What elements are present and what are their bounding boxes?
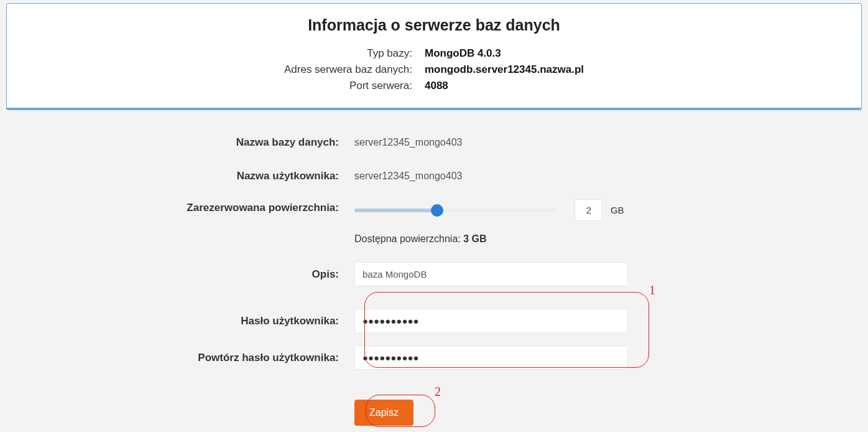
password-label: Hasło użytkownika:: [0, 315, 354, 327]
slider-fill: [354, 209, 437, 212]
password-input[interactable]: [354, 309, 628, 333]
reserved-space-label: Zarezerwowana powierzchnia:: [0, 199, 354, 214]
user-name-value: server12345_mongo403: [354, 166, 678, 187]
save-button[interactable]: Zapisz: [354, 400, 413, 426]
available-space-prefix: Dostępna powierzchnia:: [354, 233, 463, 244]
annotation-label-2: 2: [435, 385, 441, 399]
db-type-label: Typ bazy:: [278, 45, 418, 62]
password-confirm-label: Powtórz hasło użytkownika:: [0, 352, 354, 364]
server-address-value: mongodb.server12345.nazwa.pl: [418, 62, 590, 78]
reserved-space-input[interactable]: 2: [575, 199, 603, 221]
available-space-text: Dostępna powierzchnia: 3 GB: [354, 233, 678, 245]
server-info-panel: Informacja o serwerze baz danych Typ baz…: [6, 3, 862, 110]
server-address-label: Adres serwera baz danych:: [278, 62, 418, 78]
reserved-space-unit: GB: [611, 205, 624, 215]
description-input[interactable]: [354, 262, 628, 286]
available-space-value: 3 GB: [463, 233, 486, 244]
slider-thumb[interactable]: [431, 204, 443, 217]
server-port-label: Port serwera:: [278, 78, 418, 94]
annotation-label-1: 1: [649, 283, 655, 298]
user-name-label: Nazwa użytkownika:: [0, 170, 354, 182]
server-info-rows: Typ bazy: MongoDB 4.0.3 Adres serwera ba…: [278, 45, 590, 94]
password-confirm-input[interactable]: [354, 345, 628, 370]
db-name-value: server12345_mongo403: [354, 132, 678, 153]
database-form: Nazwa bazy danych: server12345_mongo403 …: [0, 132, 868, 426]
db-type-value: MongoDB 4.0.3: [418, 45, 590, 62]
reserved-space-slider[interactable]: [354, 209, 556, 212]
db-name-label: Nazwa bazy danych:: [0, 136, 354, 149]
description-label: Opis:: [0, 268, 354, 281]
server-port-value: 4088: [418, 78, 590, 94]
panel-title: Informacja o serwerze baz danych: [25, 16, 843, 34]
